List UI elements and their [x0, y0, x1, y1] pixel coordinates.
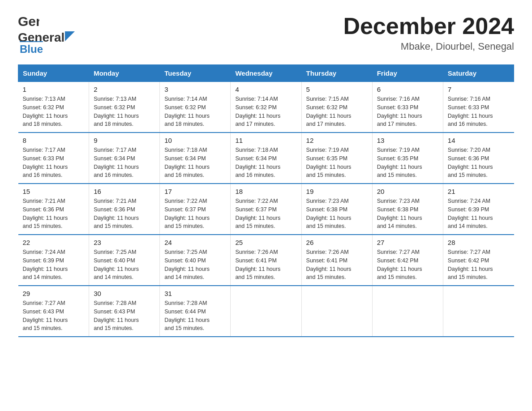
day-info: Sunrise: 7:25 AMSunset: 6:40 PMDaylight:…	[164, 249, 210, 280]
day-info: Sunrise: 7:13 AMSunset: 6:32 PMDaylight:…	[23, 96, 68, 127]
calendar-cell	[443, 286, 514, 337]
day-info: Sunrise: 7:27 AMSunset: 6:43 PMDaylight:…	[23, 300, 68, 331]
calendar-cell: 19Sunrise: 7:23 AMSunset: 6:38 PMDayligh…	[301, 184, 372, 235]
calendar-cell: 7Sunrise: 7:16 AMSunset: 6:33 PMDaylight…	[443, 82, 514, 133]
day-number: 9	[94, 137, 155, 144]
day-number: 30	[94, 290, 155, 297]
calendar-cell	[301, 286, 372, 337]
logo: General General Blue	[18, 13, 75, 56]
day-info: Sunrise: 7:15 AMSunset: 6:32 PMDaylight:…	[306, 96, 352, 127]
calendar-week-row: 15Sunrise: 7:21 AMSunset: 6:36 PMDayligh…	[18, 184, 514, 235]
calendar-cell: 5Sunrise: 7:15 AMSunset: 6:32 PMDaylight…	[301, 82, 372, 133]
day-info: Sunrise: 7:17 AMSunset: 6:34 PMDaylight:…	[94, 147, 139, 178]
logo-icon: General	[18, 13, 39, 30]
day-info: Sunrise: 7:23 AMSunset: 6:38 PMDaylight:…	[306, 198, 352, 229]
calendar-cell: 18Sunrise: 7:22 AMSunset: 6:37 PMDayligh…	[231, 184, 301, 235]
day-info: Sunrise: 7:25 AMSunset: 6:40 PMDaylight:…	[94, 249, 139, 280]
location-title: Mbake, Diourbel, Senegal	[343, 41, 514, 52]
day-number: 19	[306, 188, 368, 195]
day-info: Sunrise: 7:26 AMSunset: 6:41 PMDaylight:…	[306, 249, 352, 280]
calendar-cell: 3Sunrise: 7:14 AMSunset: 6:32 PMDaylight…	[160, 82, 231, 133]
day-info: Sunrise: 7:27 AMSunset: 6:42 PMDaylight:…	[448, 249, 493, 280]
calendar-cell: 21Sunrise: 7:24 AMSunset: 6:39 PMDayligh…	[443, 184, 514, 235]
day-number: 7	[448, 86, 510, 93]
day-number: 27	[377, 239, 438, 246]
calendar-week-row: 22Sunrise: 7:24 AMSunset: 6:39 PMDayligh…	[18, 235, 514, 286]
calendar-cell: 2Sunrise: 7:13 AMSunset: 6:32 PMDaylight…	[89, 82, 160, 133]
calendar-cell	[372, 286, 443, 337]
calendar-cell: 9Sunrise: 7:17 AMSunset: 6:34 PMDaylight…	[89, 133, 160, 184]
calendar-cell: 16Sunrise: 7:21 AMSunset: 6:36 PMDayligh…	[89, 184, 160, 235]
calendar-week-row: 29Sunrise: 7:27 AMSunset: 6:43 PMDayligh…	[18, 286, 514, 337]
calendar-header-row: SundayMondayTuesdayWednesdayThursdayFrid…	[18, 65, 514, 82]
day-info: Sunrise: 7:27 AMSunset: 6:42 PMDaylight:…	[377, 249, 422, 280]
day-info: Sunrise: 7:22 AMSunset: 6:37 PMDaylight:…	[235, 198, 280, 229]
calendar-cell: 13Sunrise: 7:19 AMSunset: 6:35 PMDayligh…	[372, 133, 443, 184]
day-number: 5	[306, 86, 368, 93]
calendar-cell: 15Sunrise: 7:21 AMSunset: 6:36 PMDayligh…	[18, 184, 89, 235]
day-number: 12	[306, 137, 368, 144]
day-number: 2	[94, 86, 155, 93]
day-info: Sunrise: 7:24 AMSunset: 6:39 PMDaylight:…	[448, 198, 493, 229]
calendar-week-row: 8Sunrise: 7:17 AMSunset: 6:33 PMDaylight…	[18, 133, 514, 184]
calendar-cell: 14Sunrise: 7:20 AMSunset: 6:36 PMDayligh…	[443, 133, 514, 184]
calendar-cell: 30Sunrise: 7:28 AMSunset: 6:43 PMDayligh…	[89, 286, 160, 337]
calendar-cell: 31Sunrise: 7:28 AMSunset: 6:44 PMDayligh…	[160, 286, 231, 337]
svg-marker-1	[65, 31, 75, 41]
day-number: 3	[164, 86, 226, 93]
calendar-cell: 1Sunrise: 7:13 AMSunset: 6:32 PMDaylight…	[18, 82, 89, 133]
day-info: Sunrise: 7:16 AMSunset: 6:33 PMDaylight:…	[448, 96, 493, 127]
title-area: December 2024 Mbake, Diourbel, Senegal	[343, 13, 514, 52]
logo-blue-text: Blue	[20, 41, 43, 55]
calendar-cell: 25Sunrise: 7:26 AMSunset: 6:41 PMDayligh…	[231, 235, 301, 286]
day-number: 10	[164, 137, 226, 144]
day-number: 15	[23, 188, 85, 195]
calendar-header-sunday: Sunday	[18, 65, 89, 82]
day-info: Sunrise: 7:18 AMSunset: 6:34 PMDaylight:…	[164, 147, 210, 178]
day-info: Sunrise: 7:16 AMSunset: 6:33 PMDaylight:…	[377, 96, 422, 127]
page-header: General General Blue December 2024 Mbake…	[18, 13, 514, 56]
day-info: Sunrise: 7:28 AMSunset: 6:44 PMDaylight:…	[164, 300, 210, 331]
calendar-week-row: 1Sunrise: 7:13 AMSunset: 6:32 PMDaylight…	[18, 82, 514, 133]
calendar-cell: 6Sunrise: 7:16 AMSunset: 6:33 PMDaylight…	[372, 82, 443, 133]
calendar-cell: 17Sunrise: 7:22 AMSunset: 6:37 PMDayligh…	[160, 184, 231, 235]
calendar-cell: 27Sunrise: 7:27 AMSunset: 6:42 PMDayligh…	[372, 235, 443, 286]
calendar-cell: 20Sunrise: 7:23 AMSunset: 6:38 PMDayligh…	[372, 184, 443, 235]
day-info: Sunrise: 7:13 AMSunset: 6:32 PMDaylight:…	[94, 96, 139, 127]
calendar-cell	[231, 286, 301, 337]
calendar-cell: 23Sunrise: 7:25 AMSunset: 6:40 PMDayligh…	[89, 235, 160, 286]
day-info: Sunrise: 7:19 AMSunset: 6:35 PMDaylight:…	[306, 147, 352, 178]
day-info: Sunrise: 7:18 AMSunset: 6:34 PMDaylight:…	[235, 147, 280, 178]
day-number: 6	[377, 86, 438, 93]
calendar-cell: 8Sunrise: 7:17 AMSunset: 6:33 PMDaylight…	[18, 133, 89, 184]
day-number: 31	[164, 290, 226, 297]
day-info: Sunrise: 7:22 AMSunset: 6:37 PMDaylight:…	[164, 198, 210, 229]
calendar-cell: 4Sunrise: 7:14 AMSunset: 6:32 PMDaylight…	[231, 82, 301, 133]
day-number: 26	[306, 239, 368, 246]
calendar-cell: 28Sunrise: 7:27 AMSunset: 6:42 PMDayligh…	[443, 235, 514, 286]
day-number: 18	[235, 188, 296, 195]
day-info: Sunrise: 7:21 AMSunset: 6:36 PMDaylight:…	[23, 198, 68, 229]
calendar-header-wednesday: Wednesday	[231, 65, 301, 82]
day-number: 25	[235, 239, 296, 246]
day-info: Sunrise: 7:23 AMSunset: 6:38 PMDaylight:…	[377, 198, 422, 229]
day-number: 29	[23, 290, 85, 297]
calendar-cell: 11Sunrise: 7:18 AMSunset: 6:34 PMDayligh…	[231, 133, 301, 184]
calendar-cell: 24Sunrise: 7:25 AMSunset: 6:40 PMDayligh…	[160, 235, 231, 286]
calendar-header-saturday: Saturday	[443, 65, 514, 82]
day-number: 14	[448, 137, 510, 144]
day-info: Sunrise: 7:24 AMSunset: 6:39 PMDaylight:…	[23, 249, 68, 280]
day-info: Sunrise: 7:21 AMSunset: 6:36 PMDaylight:…	[94, 198, 139, 229]
calendar-cell: 22Sunrise: 7:24 AMSunset: 6:39 PMDayligh…	[18, 235, 89, 286]
month-title: December 2024	[343, 13, 514, 39]
day-info: Sunrise: 7:17 AMSunset: 6:33 PMDaylight:…	[23, 147, 68, 178]
day-number: 24	[164, 239, 226, 246]
day-number: 1	[23, 86, 85, 93]
calendar-cell: 12Sunrise: 7:19 AMSunset: 6:35 PMDayligh…	[301, 133, 372, 184]
day-number: 13	[377, 137, 438, 144]
day-info: Sunrise: 7:14 AMSunset: 6:32 PMDaylight:…	[235, 96, 280, 127]
day-info: Sunrise: 7:28 AMSunset: 6:43 PMDaylight:…	[94, 300, 139, 331]
calendar-header-thursday: Thursday	[301, 65, 372, 82]
day-number: 17	[164, 188, 226, 195]
day-number: 23	[94, 239, 155, 246]
